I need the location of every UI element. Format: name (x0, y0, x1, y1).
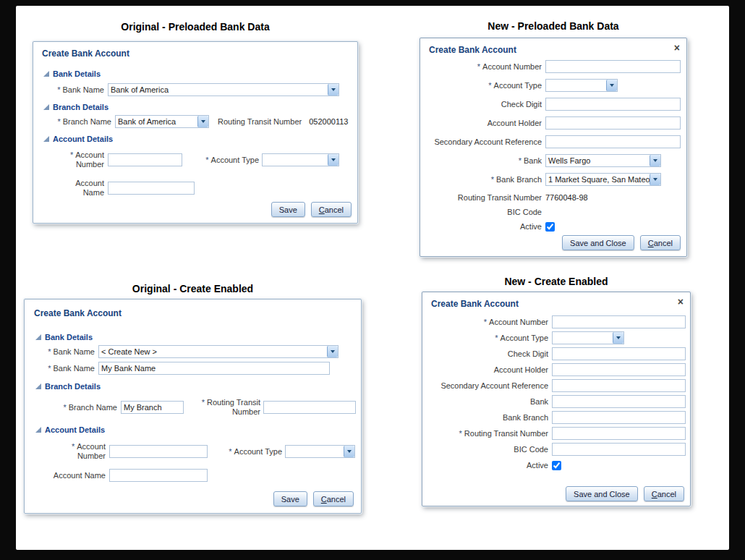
save-and-close-button[interactable]: Save and Close (562, 235, 634, 250)
account-type-combobox[interactable] (262, 153, 339, 166)
branch-name-combobox[interactable]: Bank of America (115, 115, 209, 128)
branch-name-input[interactable] (121, 401, 184, 414)
section-branch-details[interactable]: Branch Details (43, 103, 108, 111)
dropdown-arrow-icon[interactable] (650, 174, 660, 185)
bic-code-label: BIC Code (420, 208, 542, 217)
cancel-button[interactable]: Cancel (640, 235, 681, 250)
dialog-buttons: Save and Close Cancel (562, 235, 681, 250)
bank-branch-input[interactable] (552, 411, 686, 424)
dropdown-arrow-icon[interactable] (327, 346, 338, 357)
dropdown-arrow-icon[interactable] (328, 154, 339, 166)
active-checkbox[interactable] (545, 222, 555, 232)
account-holder-input[interactable] (552, 363, 686, 376)
bank-name-select-value: < Create New > (99, 346, 327, 357)
save-and-close-button[interactable]: Save and Close (566, 486, 638, 501)
close-icon[interactable]: × (674, 43, 680, 53)
routing-transit-number-label: Routing Transit Number (420, 193, 542, 203)
required-marker: * (63, 403, 66, 412)
account-type-combobox[interactable] (285, 445, 355, 458)
bank-branch-row: Bank Branch (422, 411, 691, 424)
branch-name-label: *Branch Name (42, 117, 111, 127)
save-button[interactable]: Save (271, 202, 305, 217)
section-label: Bank Details (45, 333, 93, 341)
save-button[interactable]: Save (273, 491, 307, 506)
secondary-account-reference-input[interactable] (552, 379, 686, 392)
account-number-row: *Account Number (422, 315, 691, 328)
secondary-account-reference-row: Secondary Account Reference (420, 135, 688, 148)
disclosure-triangle-icon[interactable] (43, 71, 49, 77)
dialog-title: Create Bank Account (431, 299, 519, 309)
check-digit-input[interactable] (552, 347, 686, 360)
section-branch-details[interactable]: Branch Details (35, 382, 101, 391)
bank-name-input-row: *Bank Name (33, 362, 330, 375)
routing-transit-number-label: Routing Transit Number (218, 117, 302, 127)
account-number-input[interactable] (109, 445, 208, 458)
cancel-button[interactable]: Cancel (313, 491, 354, 506)
secondary-account-reference-row: Secondary Account Reference (422, 379, 691, 392)
required-marker: * (477, 62, 480, 71)
bank-input[interactable] (552, 395, 686, 408)
disclosure-triangle-icon[interactable] (43, 136, 49, 142)
required-marker: * (519, 156, 522, 165)
branch-name-label: *Branch Name (33, 403, 117, 412)
dialog-title: Create Bank Account (34, 308, 122, 318)
active-checkbox[interactable] (552, 461, 561, 470)
bank-name-combobox[interactable]: Bank of America (108, 83, 339, 96)
bank-label: *Bank (420, 156, 542, 166)
account-holder-row: Account Holder (422, 363, 691, 376)
account-holder-input[interactable] (545, 116, 681, 130)
account-type-combobox[interactable] (545, 79, 618, 92)
routing-transit-number-input[interactable] (552, 427, 686, 440)
dropdown-arrow-icon[interactable] (328, 84, 339, 96)
section-account-details[interactable]: Account Details (43, 135, 113, 143)
disclosure-triangle-icon[interactable] (35, 334, 41, 340)
bic-code-label: BIC Code (422, 445, 548, 454)
routing-transit-number-row: *Routing Transit Number (422, 427, 691, 440)
routing-transit-number-input[interactable] (263, 401, 356, 414)
account-number-label: *Account Number (422, 318, 548, 327)
check-digit-row: Check Digit (422, 347, 691, 360)
secondary-account-reference-input[interactable] (545, 135, 681, 148)
check-digit-label: Check Digit (420, 100, 542, 109)
check-digit-input[interactable] (545, 98, 681, 111)
account-name-row: Account Name (42, 177, 195, 200)
account-number-input[interactable] (545, 60, 681, 73)
section-bank-details[interactable]: Bank Details (43, 69, 101, 78)
disclosure-triangle-icon[interactable] (43, 104, 49, 110)
disclosure-triangle-icon[interactable] (35, 427, 41, 433)
dropdown-arrow-icon[interactable] (606, 80, 617, 91)
bank-branch-combobox[interactable]: 1 Market Square, San Mateo (545, 173, 661, 186)
panel-title-original-preloaded: Original - Preloaded Bank Data (33, 21, 358, 33)
account-type-combobox[interactable] (552, 331, 624, 344)
bank-row: *Bank Wells Fargo (420, 154, 688, 167)
dropdown-arrow-icon[interactable] (613, 332, 623, 344)
account-number-type-row: *Account Number *Account Type (33, 438, 355, 464)
bank-name-combobox[interactable]: < Create New > (98, 345, 339, 358)
account-name-input[interactable] (108, 182, 195, 195)
close-icon[interactable]: × (678, 297, 684, 307)
account-number-input[interactable] (552, 315, 686, 328)
section-bank-details[interactable]: Bank Details (35, 333, 93, 341)
cancel-button[interactable]: Cancel (311, 202, 352, 217)
section-account-details[interactable]: Account Details (35, 425, 105, 434)
dropdown-arrow-icon[interactable] (344, 446, 354, 457)
check-digit-row: Check Digit (420, 98, 688, 111)
bic-code-input[interactable] (552, 443, 686, 456)
account-type-label: *Account Type (221, 447, 282, 457)
account-number-input[interactable] (108, 153, 182, 166)
account-name-input[interactable] (109, 469, 208, 482)
dropdown-arrow-icon[interactable] (197, 116, 208, 127)
secondary-account-reference-label: Secondary Account Reference (422, 381, 548, 391)
branch-name-row: *Branch Name Bank of America Routing Tra… (42, 115, 348, 128)
bank-name-input[interactable] (98, 362, 330, 375)
required-marker: * (48, 347, 51, 356)
bank-combobox[interactable]: Wells Fargo (545, 154, 661, 167)
account-type-label: *Account Type (198, 156, 259, 165)
bank-name-row: *Bank Name Bank of America (42, 83, 339, 96)
dropdown-arrow-icon[interactable] (650, 155, 660, 166)
account-type-label: *Account Type (420, 81, 542, 90)
disclosure-triangle-icon[interactable] (35, 383, 41, 389)
required-marker: * (205, 156, 208, 164)
bank-name-label: *Bank Name (33, 364, 95, 373)
cancel-button[interactable]: Cancel (644, 486, 684, 501)
